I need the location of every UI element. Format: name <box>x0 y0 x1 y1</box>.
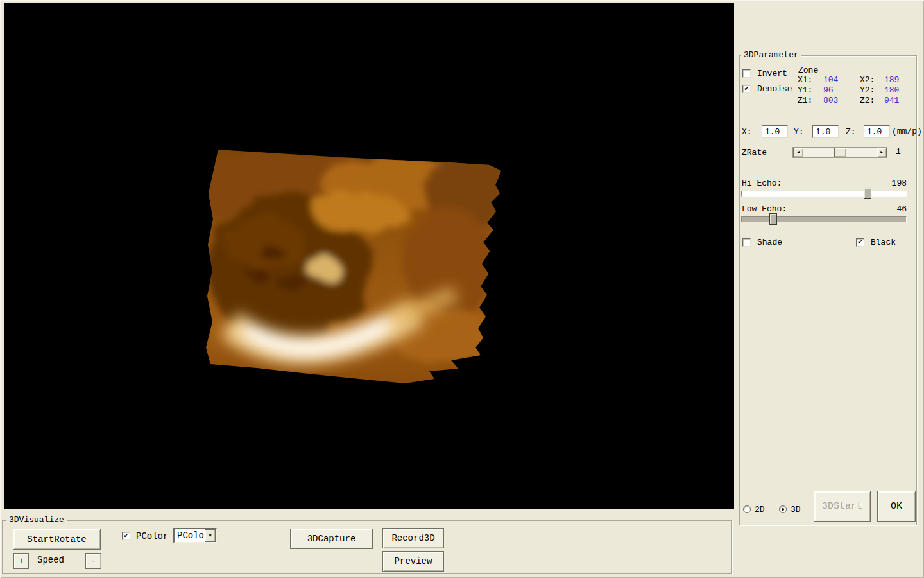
speed-label: Speed <box>37 555 64 565</box>
parameter-group-title: 3DParameter <box>741 51 801 60</box>
shade-label: Shade <box>757 238 782 247</box>
black-checkbox[interactable]: ✔ <box>856 238 864 247</box>
speed-minus-button[interactable]: - <box>85 553 101 569</box>
zrate-scrollbar[interactable]: ◄ ► <box>792 147 887 158</box>
low-echo-value: 46 <box>886 204 907 214</box>
voxel-z-input[interactable]: 1.0 <box>864 125 890 138</box>
3d-viewport[interactable] <box>4 3 734 509</box>
zrate-left-arrow-icon[interactable]: ◄ <box>793 148 803 157</box>
zrate-right-arrow-icon[interactable]: ► <box>877 148 887 157</box>
record3d-button[interactable]: Record3D <box>382 528 444 548</box>
pcolor-checkbox[interactable]: ✔ <box>122 532 130 540</box>
invert-label: Invert <box>757 69 787 78</box>
visualize-group-title: 3DVisualize <box>6 516 67 525</box>
ultrasound-volume[interactable] <box>160 138 513 395</box>
zone-x1-value: 104 <box>823 75 838 85</box>
denoise-checkmark: ✔ <box>744 85 749 92</box>
hi-echo-value: 198 <box>886 179 907 188</box>
preview-button[interactable]: Preview <box>382 551 444 572</box>
low-echo-slider[interactable] <box>741 213 907 225</box>
voxel-y-label: Y: <box>794 127 804 137</box>
pcolor-label: PColor <box>136 531 168 541</box>
denoise-label: Denoise <box>757 84 792 94</box>
start-rotate-button[interactable]: StartRotate <box>13 529 101 550</box>
low-echo-slider-thumb[interactable] <box>769 213 777 225</box>
hi-echo-label: Hi Echo: <box>742 179 782 188</box>
hi-echo-slider-thumb[interactable] <box>864 188 871 199</box>
zrate-value: 1 <box>896 147 901 157</box>
voxel-y-input[interactable]: 1.0 <box>812 125 839 138</box>
application-window: 3DParameter Invert ✔ Denoise Zone X1: 10… <box>0 0 924 578</box>
zone-x1-label: X1: <box>798 75 812 85</box>
invert-checkbox[interactable] <box>742 69 751 78</box>
black-checkmark: ✔ <box>858 239 862 246</box>
zone-x2-value: 189 <box>884 75 899 85</box>
pcolor-dropdown-arrow-icon[interactable]: ▼ <box>205 529 216 542</box>
pcolor-dropdown[interactable]: PColor ▼ <box>173 528 217 543</box>
zone-z1-value: 803 <box>823 96 838 105</box>
zone-title: Zone <box>798 66 818 75</box>
zone-z2-label: Z2: <box>860 96 875 105</box>
ok-button[interactable]: OK <box>877 491 916 522</box>
hi-echo-slider[interactable] <box>741 188 907 199</box>
3d-render-canvas[interactable] <box>4 3 734 509</box>
zone-x2-label: X2: <box>860 75 875 85</box>
3dstart-button[interactable]: 3DStart <box>814 491 871 522</box>
mode-2d-label: 2D <box>755 505 765 514</box>
mode-3d-radio[interactable] <box>779 505 787 513</box>
zone-y2-value: 180 <box>884 85 899 95</box>
zone-y1-label: Y1: <box>798 85 812 95</box>
voxel-x-input[interactable]: 1.0 <box>762 125 788 138</box>
mode-2d-radio[interactable] <box>743 505 751 513</box>
mode-3d-label: 3D <box>791 505 801 514</box>
denoise-checkbox[interactable]: ✔ <box>742 85 751 93</box>
zone-z1-label: Z1: <box>798 96 812 105</box>
hi-echo-slider-track[interactable] <box>741 191 907 197</box>
zone-y2-label: Y2: <box>860 85 875 95</box>
low-echo-label: Low Echo: <box>742 204 787 214</box>
shade-checkbox[interactable] <box>742 238 751 247</box>
zrate-label: ZRate <box>742 148 767 157</box>
low-echo-slider-track[interactable] <box>741 216 907 222</box>
zrate-scrollbar-thumb[interactable] <box>834 148 846 157</box>
black-label: Black <box>871 238 896 247</box>
3dcapture-button[interactable]: 3DCapture <box>290 529 373 549</box>
voxel-x-label: X: <box>742 127 752 137</box>
pcolor-checkmark: ✔ <box>124 532 128 539</box>
zone-y1-value: 96 <box>823 85 834 95</box>
speed-plus-button[interactable]: + <box>13 553 29 569</box>
voxel-z-label: Z: <box>846 127 856 137</box>
voxel-unit-label: (mm/p) <box>892 127 922 136</box>
zone-z2-value: 941 <box>884 96 899 105</box>
